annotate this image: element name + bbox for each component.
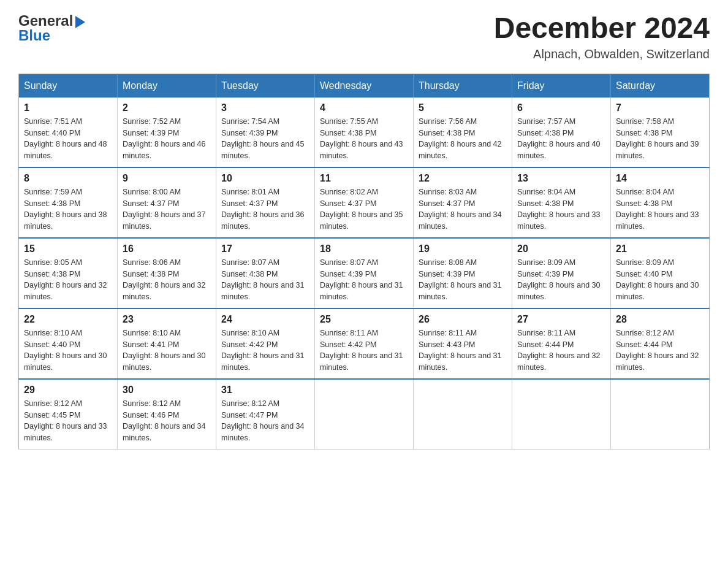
day-number: 17 [221, 243, 309, 255]
calendar-day-cell: 26Sunrise: 8:11 AMSunset: 4:43 PMDayligh… [414, 308, 512, 379]
day-info: Sunrise: 8:12 AMSunset: 4:46 PMDaylight:… [123, 398, 211, 444]
calendar-day-cell: 28Sunrise: 8:12 AMSunset: 4:44 PMDayligh… [611, 308, 710, 379]
day-info: Sunrise: 8:10 AMSunset: 4:42 PMDaylight:… [221, 327, 309, 373]
day-number: 11 [320, 173, 408, 184]
day-info: Sunrise: 8:12 AMSunset: 4:47 PMDaylight:… [221, 398, 309, 444]
day-info: Sunrise: 7:51 AMSunset: 4:40 PMDaylight:… [24, 116, 112, 162]
day-number: 1 [24, 102, 112, 113]
calendar-day-cell: 5Sunrise: 7:56 AMSunset: 4:38 PMDaylight… [414, 98, 512, 167]
calendar-day-cell: 14Sunrise: 8:04 AMSunset: 4:38 PMDayligh… [611, 167, 710, 238]
calendar-day-cell: 2Sunrise: 7:52 AMSunset: 4:39 PMDaylight… [118, 98, 216, 167]
day-number: 14 [616, 173, 704, 184]
calendar-day-cell: 31Sunrise: 8:12 AMSunset: 4:47 PMDayligh… [216, 379, 315, 450]
day-number: 18 [320, 243, 408, 255]
day-number: 2 [123, 102, 211, 113]
calendar-day-cell: 17Sunrise: 8:07 AMSunset: 4:38 PMDayligh… [216, 238, 315, 308]
calendar-day-cell: 22Sunrise: 8:10 AMSunset: 4:40 PMDayligh… [19, 308, 118, 379]
day-number: 10 [221, 173, 309, 184]
day-number: 21 [616, 243, 704, 255]
calendar-day-cell: 7Sunrise: 7:58 AMSunset: 4:38 PMDaylight… [611, 98, 710, 167]
day-of-week-header: Tuesday [216, 74, 315, 98]
logo-arrow-icon [75, 16, 85, 28]
day-number: 16 [123, 243, 211, 255]
day-info: Sunrise: 8:05 AMSunset: 4:38 PMDaylight:… [24, 257, 112, 303]
calendar-week-row: 8Sunrise: 7:59 AMSunset: 4:38 PMDaylight… [19, 167, 710, 238]
day-number: 30 [123, 385, 211, 396]
day-number: 31 [221, 385, 309, 396]
day-info: Sunrise: 8:11 AMSunset: 4:43 PMDaylight:… [419, 327, 507, 373]
day-info: Sunrise: 8:00 AMSunset: 4:37 PMDaylight:… [123, 186, 211, 232]
day-info: Sunrise: 8:02 AMSunset: 4:37 PMDaylight:… [320, 186, 408, 232]
day-info: Sunrise: 8:04 AMSunset: 4:38 PMDaylight:… [616, 186, 704, 232]
day-number: 6 [517, 102, 605, 113]
calendar-day-cell: 8Sunrise: 7:59 AMSunset: 4:38 PMDaylight… [19, 167, 118, 238]
day-info: Sunrise: 8:07 AMSunset: 4:38 PMDaylight:… [221, 257, 309, 303]
calendar-day-cell: 1Sunrise: 7:51 AMSunset: 4:40 PMDaylight… [19, 98, 118, 167]
day-info: Sunrise: 8:06 AMSunset: 4:38 PMDaylight:… [123, 257, 211, 303]
calendar-day-cell [611, 379, 710, 450]
calendar-day-cell: 30Sunrise: 8:12 AMSunset: 4:46 PMDayligh… [118, 379, 216, 450]
day-number: 25 [320, 314, 408, 325]
day-number: 4 [320, 102, 408, 113]
calendar-day-cell: 3Sunrise: 7:54 AMSunset: 4:39 PMDaylight… [216, 98, 315, 167]
calendar-day-cell: 15Sunrise: 8:05 AMSunset: 4:38 PMDayligh… [19, 238, 118, 308]
day-of-week-header: Wednesday [315, 74, 414, 98]
day-of-week-header: Monday [118, 74, 216, 98]
day-number: 12 [419, 173, 507, 184]
calendar-day-cell: 13Sunrise: 8:04 AMSunset: 4:38 PMDayligh… [512, 167, 611, 238]
day-info: Sunrise: 8:03 AMSunset: 4:37 PMDaylight:… [419, 186, 507, 232]
day-info: Sunrise: 7:59 AMSunset: 4:38 PMDaylight:… [24, 186, 112, 232]
calendar-day-cell: 4Sunrise: 7:55 AMSunset: 4:38 PMDaylight… [315, 98, 414, 167]
day-info: Sunrise: 7:55 AMSunset: 4:38 PMDaylight:… [320, 116, 408, 162]
calendar-day-cell [315, 379, 414, 450]
page-header: General Blue December 2024 Alpnach, Obwa… [18, 12, 710, 61]
calendar-day-cell: 27Sunrise: 8:11 AMSunset: 4:44 PMDayligh… [512, 308, 611, 379]
calendar-day-cell [414, 379, 512, 450]
day-of-week-header: Saturday [611, 74, 710, 98]
day-of-week-header: Sunday [19, 74, 118, 98]
day-number: 27 [517, 314, 605, 325]
day-info: Sunrise: 7:56 AMSunset: 4:38 PMDaylight:… [419, 116, 507, 162]
day-number: 15 [24, 243, 112, 255]
calendar-day-cell: 29Sunrise: 8:12 AMSunset: 4:45 PMDayligh… [19, 379, 118, 450]
calendar-day-cell: 24Sunrise: 8:10 AMSunset: 4:42 PMDayligh… [216, 308, 315, 379]
day-info: Sunrise: 7:58 AMSunset: 4:38 PMDaylight:… [616, 116, 704, 162]
location-subtitle: Alpnach, Obwalden, Switzerland [494, 47, 710, 61]
day-number: 23 [123, 314, 211, 325]
day-number: 5 [419, 102, 507, 113]
day-of-week-header: Friday [512, 74, 611, 98]
day-info: Sunrise: 8:07 AMSunset: 4:39 PMDaylight:… [320, 257, 408, 303]
day-info: Sunrise: 8:11 AMSunset: 4:44 PMDaylight:… [517, 327, 605, 373]
day-info: Sunrise: 8:10 AMSunset: 4:41 PMDaylight:… [123, 327, 211, 373]
calendar-day-cell: 20Sunrise: 8:09 AMSunset: 4:39 PMDayligh… [512, 238, 611, 308]
calendar-day-cell: 16Sunrise: 8:06 AMSunset: 4:38 PMDayligh… [118, 238, 216, 308]
month-title: December 2024 [494, 12, 710, 45]
calendar-day-cell [512, 379, 611, 450]
calendar-day-cell: 6Sunrise: 7:57 AMSunset: 4:38 PMDaylight… [512, 98, 611, 167]
day-info: Sunrise: 8:11 AMSunset: 4:42 PMDaylight:… [320, 327, 408, 373]
calendar-day-cell: 23Sunrise: 8:10 AMSunset: 4:41 PMDayligh… [118, 308, 216, 379]
day-number: 26 [419, 314, 507, 325]
title-section: December 2024 Alpnach, Obwalden, Switzer… [494, 12, 710, 61]
day-info: Sunrise: 8:01 AMSunset: 4:37 PMDaylight:… [221, 186, 309, 232]
day-number: 13 [517, 173, 605, 184]
day-info: Sunrise: 7:54 AMSunset: 4:39 PMDaylight:… [221, 116, 309, 162]
day-number: 9 [123, 173, 211, 184]
calendar-week-row: 15Sunrise: 8:05 AMSunset: 4:38 PMDayligh… [19, 238, 710, 308]
calendar-day-cell: 25Sunrise: 8:11 AMSunset: 4:42 PMDayligh… [315, 308, 414, 379]
calendar-day-cell: 19Sunrise: 8:08 AMSunset: 4:39 PMDayligh… [414, 238, 512, 308]
day-info: Sunrise: 8:12 AMSunset: 4:45 PMDaylight:… [24, 398, 112, 444]
logo-blue-text: Blue [18, 27, 50, 44]
day-number: 28 [616, 314, 704, 325]
day-number: 22 [24, 314, 112, 325]
calendar-day-cell: 10Sunrise: 8:01 AMSunset: 4:37 PMDayligh… [216, 167, 315, 238]
day-info: Sunrise: 8:08 AMSunset: 4:39 PMDaylight:… [419, 257, 507, 303]
calendar-day-cell: 11Sunrise: 8:02 AMSunset: 4:37 PMDayligh… [315, 167, 414, 238]
day-number: 3 [221, 102, 309, 113]
day-info: Sunrise: 8:04 AMSunset: 4:38 PMDaylight:… [517, 186, 605, 232]
day-of-week-header: Thursday [414, 74, 512, 98]
day-info: Sunrise: 7:52 AMSunset: 4:39 PMDaylight:… [123, 116, 211, 162]
calendar-day-cell: 18Sunrise: 8:07 AMSunset: 4:39 PMDayligh… [315, 238, 414, 308]
calendar-day-cell: 21Sunrise: 8:09 AMSunset: 4:40 PMDayligh… [611, 238, 710, 308]
day-number: 24 [221, 314, 309, 325]
